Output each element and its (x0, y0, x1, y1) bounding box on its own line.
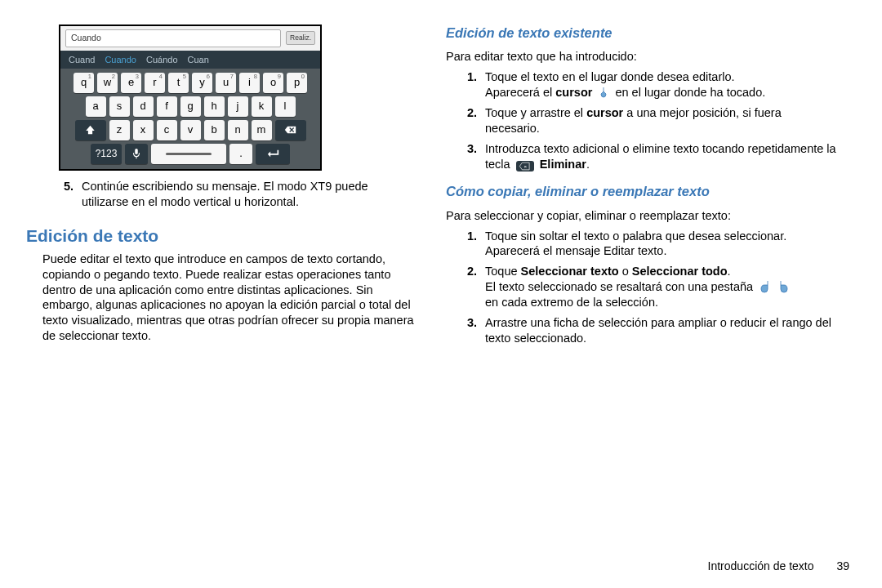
key-a: a (86, 96, 106, 117)
key-y: y6 (192, 73, 212, 93)
key-j: j (228, 96, 248, 117)
suggestion-bar: Cuand Cuando Cuándo Cuan (60, 51, 320, 69)
key-row-4: ?123. (65, 144, 315, 164)
key-e: e3 (121, 73, 141, 93)
copy-1-text: Toque sin soltar el texto o palabra que … (485, 229, 836, 260)
key-u: u7 (216, 73, 236, 93)
existing-3-num: 3. (462, 141, 477, 172)
existing-step-3: 3. Introduzca texto adicional o elimine … (462, 141, 836, 172)
delete-key-icon: × (516, 161, 534, 172)
existing-2-num: 2. (462, 105, 477, 136)
symbols-key: ?123 (91, 144, 122, 164)
step-5-text: Continúe escribiendo su mensaje. El modo… (82, 179, 416, 210)
edit-text-body: Puede editar el texto que introduce en c… (42, 252, 416, 344)
period-key: . (229, 144, 252, 164)
existing-2-text: Toque y arrastre el cursor a una mejor p… (485, 105, 836, 136)
heading-edit-text: Edición de texto (26, 225, 416, 247)
key-row-1: q1w2e3r4t5y6u7i8o9p0 (65, 73, 315, 93)
footer-page-number: 39 (836, 559, 849, 572)
key-h: h (204, 96, 225, 117)
page-footer: Introducción de texto 39 (708, 559, 849, 573)
copy-3-text: Arrastre una ficha de selección para amp… (485, 315, 836, 346)
keyboard-screenshot: Cuando Realiz. Cuand Cuando Cuándo Cuan … (59, 24, 322, 171)
key-s: s (109, 96, 130, 117)
key-o: o9 (263, 73, 283, 93)
text-input-field: Cuando (65, 29, 281, 47)
selection-handle-right-icon (777, 280, 791, 293)
key-p: p0 (287, 73, 307, 93)
copy-2-num: 2. (462, 264, 477, 310)
key-x: x (133, 120, 154, 140)
key-l: l (275, 96, 296, 117)
existing-1-num: 1. (462, 69, 477, 100)
key-n: n (228, 120, 248, 140)
intro-copy-text: Para seleccionar y copiar, eliminar o re… (446, 208, 836, 224)
copy-3-num: 3. (462, 315, 477, 346)
key-i: i8 (239, 73, 260, 93)
suggestion-4: Cuan (188, 54, 209, 65)
copy-step-3: 3. Arrastre una ficha de selección para … (462, 315, 836, 346)
shift-key (75, 120, 106, 140)
key-row-3: zxcvbnm (65, 120, 315, 140)
cursor-handle-icon (597, 86, 610, 99)
key-d: d (133, 96, 154, 117)
key-t: t5 (168, 73, 189, 93)
key-g: g (180, 96, 201, 117)
suggestion-1: Cuand (69, 54, 95, 65)
key-w: w2 (97, 73, 118, 93)
copy-step-2: 2. Toque Seleccionar texto o Seleccionar… (462, 264, 836, 310)
existing-1-text: Toque el texto en el lugar donde desea e… (485, 69, 836, 100)
enter-key (256, 144, 290, 164)
existing-step-2: 2. Toque y arrastre el cursor a una mejo… (462, 105, 836, 136)
key-f: f (157, 96, 177, 117)
copy-2-text: Toque Seleccionar texto o Seleccionar to… (485, 264, 836, 310)
key-m: m (252, 120, 272, 140)
key-c: c (157, 120, 177, 140)
done-button: Realiz. (286, 31, 315, 45)
step-5-number: 5. (59, 179, 74, 210)
step-5: 5. Continúe escribiendo su mensaje. El m… (59, 179, 416, 210)
key-v: v (180, 120, 201, 140)
suggestion-3: Cuándo (146, 54, 178, 65)
copy-step-1: 1. Toque sin soltar el texto o palabra q… (462, 229, 836, 260)
existing-3-text: Introduzca texto adicional o elimine tex… (485, 141, 836, 172)
heading-edit-existing: Edición de texto existente (446, 24, 836, 42)
existing-step-1: 1. Toque el texto en el lugar donde dese… (462, 69, 836, 100)
key-k: k (252, 96, 272, 117)
svg-text:×: × (523, 163, 527, 168)
key-q: q1 (74, 73, 94, 93)
copy-1-num: 1. (462, 229, 477, 260)
key-z: z (109, 120, 130, 140)
suggestion-2: Cuando (105, 54, 136, 65)
intro-edit-existing: Para editar texto que ha introducido: (446, 49, 836, 65)
key-r: r4 (145, 73, 165, 93)
key-b: b (204, 120, 225, 140)
footer-section: Introducción de texto (708, 559, 814, 572)
svg-rect-0 (135, 149, 138, 154)
key-row-2: asdfghjkl (65, 96, 315, 117)
backspace-key (275, 120, 306, 140)
selection-handle-left-icon (758, 280, 771, 293)
space-key (151, 144, 226, 164)
heading-copy-text: Cómo copiar, eliminar o reemplazar texto (446, 183, 836, 200)
mic-key (125, 144, 148, 164)
